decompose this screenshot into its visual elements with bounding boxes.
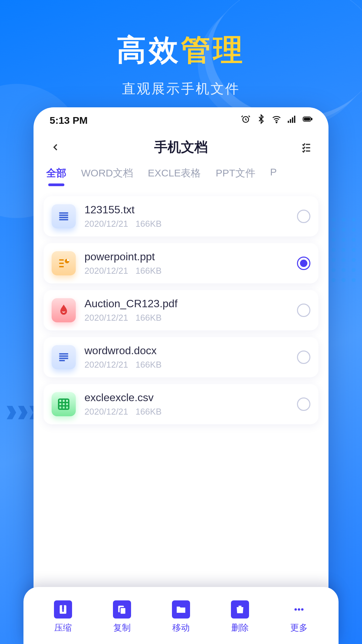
- status-bar: 5:13 PM: [34, 107, 328, 130]
- tab-4[interactable]: P: [270, 166, 277, 184]
- file-type-icon: [52, 345, 76, 369]
- file-row[interactable]: Auction_CR123.pdf2020/12/21166KB: [44, 290, 318, 330]
- status-time: 5:13 PM: [50, 115, 87, 126]
- file-date: 2020/12/21: [84, 266, 128, 276]
- svg-rect-7: [311, 118, 312, 120]
- file-row[interactable]: 123155.txt2020/12/21166KB: [44, 196, 318, 236]
- tabs: 全部WORD文档EXCLE表格PPT文件P: [34, 163, 328, 190]
- select-radio[interactable]: [297, 304, 310, 317]
- file-meta: 2020/12/21166KB: [84, 266, 288, 276]
- move-icon: [172, 600, 190, 619]
- file-info: powerpoint.ppt2020/12/21166KB: [84, 251, 288, 276]
- action-label: 更多: [290, 622, 308, 634]
- file-type-icon: [52, 298, 76, 322]
- select-all-button[interactable]: [299, 140, 314, 155]
- tab-1[interactable]: WORD文档: [81, 166, 133, 184]
- tab-2[interactable]: EXCLE表格: [148, 166, 201, 184]
- action-label: 移动: [172, 622, 190, 634]
- file-size: 166KB: [135, 360, 162, 370]
- file-date: 2020/12/21: [84, 219, 128, 229]
- file-type-icon: [52, 251, 76, 275]
- file-size: 166KB: [135, 313, 162, 323]
- svg-rect-8: [304, 118, 310, 120]
- file-size: 166KB: [135, 407, 162, 417]
- battery-icon: [302, 114, 312, 126]
- svg-rect-10: [59, 399, 69, 409]
- file-meta: 2020/12/21166KB: [84, 360, 288, 370]
- svg-point-16: [295, 608, 297, 610]
- page-title: 手机文档: [154, 138, 208, 156]
- more-icon: [290, 600, 308, 619]
- file-date: 2020/12/21: [84, 407, 128, 417]
- file-name: Auction_CR123.pdf: [84, 298, 288, 310]
- action-label: 压缩: [54, 622, 72, 634]
- file-date: 2020/12/21: [84, 360, 128, 370]
- file-info: excleexcle.csv2020/12/21166KB: [84, 391, 288, 417]
- file-size: 166KB: [135, 219, 162, 229]
- file-info: 123155.txt2020/12/21166KB: [84, 204, 288, 229]
- tab-3[interactable]: PPT文件: [216, 166, 255, 184]
- signal-icon: [287, 114, 297, 126]
- delete-icon: [231, 600, 249, 619]
- svg-point-17: [298, 608, 300, 610]
- file-info: Auction_CR123.pdf2020/12/21166KB: [84, 298, 288, 323]
- action-label: 复制: [113, 622, 131, 634]
- copy-icon: [113, 600, 131, 619]
- svg-point-18: [301, 608, 303, 610]
- svg-rect-2: [288, 121, 289, 123]
- status-icons: [241, 114, 312, 126]
- file-name: wordwrod.docx: [84, 344, 288, 357]
- action-label: 删除: [231, 622, 249, 634]
- zip-icon: [54, 600, 72, 619]
- wifi-icon: [272, 114, 282, 126]
- svg-rect-4: [292, 117, 293, 123]
- file-name: 123155.txt: [84, 204, 288, 216]
- action-move[interactable]: 移动: [172, 600, 190, 634]
- select-radio[interactable]: [297, 397, 310, 411]
- file-info: wordwrod.docx2020/12/21166KB: [84, 344, 288, 370]
- phone-frame: 5:13 PM 手机文档 全部WORD文档EXCLE表格PPT文件P 12315…: [34, 107, 328, 644]
- file-name: excleexcle.csv: [84, 391, 288, 404]
- file-type-icon: [52, 204, 76, 228]
- svg-rect-5: [294, 116, 295, 123]
- file-date: 2020/12/21: [84, 313, 128, 323]
- svg-rect-3: [290, 119, 291, 123]
- file-meta: 2020/12/21166KB: [84, 407, 288, 417]
- file-meta: 2020/12/21166KB: [84, 219, 288, 229]
- action-zip[interactable]: 压缩: [54, 600, 72, 634]
- action-delete[interactable]: 删除: [231, 600, 249, 634]
- tab-0[interactable]: 全部: [46, 166, 66, 184]
- select-radio[interactable]: [297, 351, 310, 364]
- back-button[interactable]: [48, 140, 63, 155]
- action-copy[interactable]: 复制: [113, 600, 131, 634]
- bluetooth-icon: [256, 114, 266, 126]
- file-row[interactable]: excleexcle.csv2020/12/21166KB: [44, 384, 318, 424]
- file-name: powerpoint.ppt: [84, 251, 288, 263]
- file-type-icon: [52, 392, 76, 416]
- file-size: 166KB: [135, 266, 162, 276]
- svg-rect-12: [62, 605, 64, 610]
- hero-title-part1: 高效: [117, 33, 181, 66]
- top-bar: 手机文档: [34, 130, 328, 163]
- file-row[interactable]: powerpoint.ppt2020/12/21166KB: [44, 243, 318, 283]
- svg-rect-15: [120, 607, 126, 614]
- file-list: 123155.txt2020/12/21166KBpowerpoint.ppt2…: [34, 190, 328, 424]
- select-radio[interactable]: [297, 210, 310, 223]
- bottom-bar: 压缩复制移动删除更多: [23, 587, 339, 644]
- action-more[interactable]: 更多: [290, 600, 308, 634]
- file-row[interactable]: wordwrod.docx2020/12/21166KB: [44, 337, 318, 377]
- svg-point-1: [276, 122, 277, 123]
- svg-point-13: [62, 610, 64, 612]
- select-radio[interactable]: [297, 257, 310, 270]
- file-meta: 2020/12/21166KB: [84, 313, 288, 323]
- alarm-icon: [241, 114, 251, 126]
